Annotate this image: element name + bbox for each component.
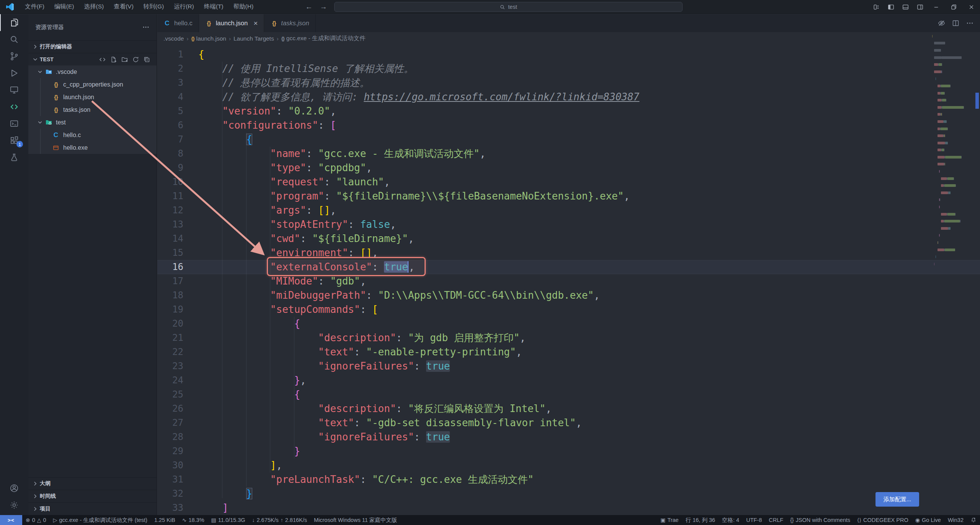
status-memory-usage[interactable]: ▤11.0/15.3G <box>208 515 249 525</box>
json-file-icon: {} <box>54 81 58 88</box>
minimize-button[interactable] <box>927 0 945 14</box>
new-file-icon[interactable] <box>110 56 117 63</box>
more-actions-icon[interactable] <box>966 19 974 27</box>
activity-source-control[interactable] <box>0 48 28 65</box>
tree-item-c_cpp_properties-json[interactable]: {}c_cpp_properties.json <box>28 78 157 91</box>
minimap[interactable] <box>930 33 970 268</box>
breadcrumb-item[interactable]: {}launch.json <box>191 35 226 42</box>
status-cpu-usage[interactable]: ∿18.3% <box>179 515 208 525</box>
status-text: JSON with Comments <box>795 517 850 523</box>
status-debug-target[interactable]: ▷gcc.exe - 生成和调试活动文件 (test) <box>50 515 151 525</box>
split-editor-icon[interactable] <box>952 19 960 27</box>
status-codegeex[interactable]: ⟨⟩CODEGEEX PRO <box>854 515 912 525</box>
line-number: 33 <box>157 501 183 515</box>
code-line-23: 23 "ignoreFailures": true <box>157 359 980 373</box>
menu-0[interactable]: 文件(F) <box>20 0 49 13</box>
add-configuration-button[interactable]: 添加配置... <box>875 492 919 507</box>
status-eol[interactable]: CRLF <box>765 515 787 525</box>
section-2[interactable]: 项目 <box>28 502 157 515</box>
toggle-preview-icon[interactable] <box>938 19 946 27</box>
tree-item-hello-c[interactable]: Chello.c <box>28 129 157 141</box>
customize-layout-button[interactable] <box>869 0 884 14</box>
activity-extensions[interactable]: 1 <box>0 132 28 149</box>
code-icon[interactable] <box>99 56 106 63</box>
workspace-section[interactable]: TEST <box>28 53 157 65</box>
status-platform[interactable]: Win32 <box>944 515 967 525</box>
activity-search[interactable] <box>0 31 28 48</box>
open-editors-section[interactable]: 打开的编辑器 <box>28 40 157 53</box>
breadcrumb-item[interactable]: Launch Targets <box>234 35 274 42</box>
line-number: 10 <box>157 175 183 189</box>
close-button[interactable] <box>962 0 980 14</box>
minimap-line <box>930 40 970 47</box>
code-line-26: 26 "description": "将反汇编风格设置为 Intel", <box>157 402 980 416</box>
menu-6[interactable]: 终端(T) <box>199 0 229 13</box>
restore-button[interactable] <box>945 0 962 14</box>
tab-hello-c[interactable]: Chello.c <box>157 14 199 32</box>
json-file-icon: {} <box>54 106 58 113</box>
minimap-line <box>930 211 970 218</box>
activity-account[interactable] <box>0 480 28 497</box>
status-network-speed[interactable]: ↓2.675K/s↑2.816K/s <box>248 515 310 525</box>
activity-codegeex[interactable] <box>0 98 28 115</box>
close-icon[interactable]: × <box>253 19 258 28</box>
tab-launch-json[interactable]: {}launch.json× <box>199 14 265 32</box>
tree-item--vscode[interactable]: .vscode <box>28 65 157 78</box>
menu-1[interactable]: 编辑(E) <box>49 0 79 13</box>
workspace-actions <box>99 56 154 63</box>
status-file-size[interactable]: 1.25 KiB <box>151 515 179 525</box>
tree-item-launch-json[interactable]: {}launch.json <box>28 91 157 103</box>
menu-7[interactable]: 帮助(H) <box>229 0 259 13</box>
tree-item-hello-exe[interactable]: hello.exe <box>28 141 157 154</box>
status-language-mode[interactable]: {}JSON with Comments <box>787 515 854 525</box>
explorer-sidebar: 资源管理器 打开的编辑器 TEST .vscode{}c_cpp_propert… <box>28 14 157 515</box>
toggle-panel-button[interactable] <box>898 0 913 14</box>
activity-remote-explorer[interactable] <box>0 82 28 98</box>
status-problems[interactable]: ⊗0△0 <box>22 515 50 525</box>
line-number: 17 <box>157 274 183 288</box>
toggle-sidebar-button[interactable] <box>884 0 898 14</box>
tree-item-test[interactable]: test <box>28 116 157 129</box>
status-cursor-position[interactable]: 行 16, 列 36 <box>682 515 719 525</box>
activity-terminal[interactable] <box>0 115 28 132</box>
minimap-line <box>930 225 970 232</box>
collapse-all-icon[interactable] <box>143 56 150 63</box>
section-1[interactable]: 时间线 <box>28 490 157 502</box>
status-os-version[interactable]: Microsoft Windows 11 家庭中文版 <box>310 515 400 525</box>
status-text: 0 <box>43 517 46 523</box>
status-go-live[interactable]: ◉Go Live <box>912 515 944 525</box>
activity-run-debug[interactable] <box>0 65 28 82</box>
code-editor[interactable]: 1{2 // 使用 IntelliSense 了解相关属性。3 // 悬停以查看… <box>157 45 980 515</box>
activity-explorer[interactable] <box>0 14 28 31</box>
menu-4[interactable]: 转到(G) <box>139 0 169 13</box>
tree-item-tasks-json[interactable]: {}tasks.json <box>28 103 157 116</box>
new-folder-icon[interactable] <box>121 56 128 63</box>
code-line-32: 32 } <box>157 487 980 501</box>
menu-2[interactable]: 选择(S) <box>79 0 109 13</box>
status-trae[interactable]: ▣Trae <box>657 515 682 525</box>
command-center-search[interactable]: test <box>334 2 683 12</box>
activity-settings[interactable] <box>0 497 28 514</box>
toggle-secondary-sidebar-button[interactable] <box>913 0 927 14</box>
activity-testing[interactable] <box>0 149 28 166</box>
json-icon: {} <box>191 36 194 41</box>
status-indentation[interactable]: 空格: 4 <box>719 515 743 525</box>
section-0[interactable]: 大纲 <box>28 477 157 490</box>
source-control-icon <box>9 51 19 61</box>
code-line-11: 11 "program": "${fileDirname}\\${fileBas… <box>157 189 980 203</box>
status-notifications[interactable] <box>967 515 980 525</box>
nav-forward-button[interactable]: → <box>318 0 329 14</box>
more-actions-icon[interactable] <box>142 23 150 31</box>
tab-tasks-json[interactable]: {}tasks.json <box>264 14 315 32</box>
breadcrumb-item[interactable]: .vscode <box>163 35 184 42</box>
menu-5[interactable]: 运行(R) <box>169 0 199 13</box>
menu-3[interactable]: 查看(V) <box>109 0 139 13</box>
refresh-icon[interactable] <box>132 56 139 63</box>
breadcrumb-item[interactable]: {}gcc.exe - 生成和调试活动文件 <box>281 34 366 43</box>
remote-indicator[interactable]: >< <box>0 515 22 525</box>
line-number: 2 <box>157 62 183 76</box>
code-line-31: 31 "preLaunchTask": "C/C++: gcc.exe 生成活动… <box>157 473 980 487</box>
minimap-line <box>930 33 970 40</box>
status-encoding[interactable]: UTF-8 <box>743 515 765 525</box>
nav-back-button[interactable]: ← <box>303 0 315 14</box>
